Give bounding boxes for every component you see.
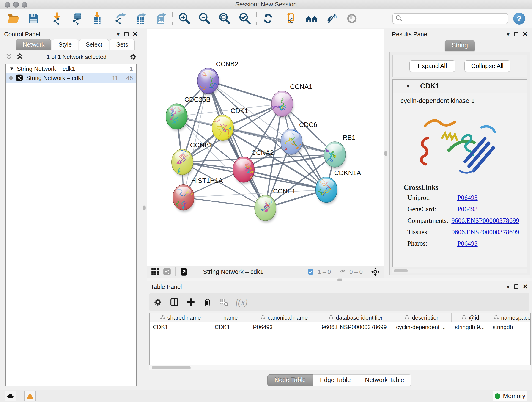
cloud-status-button[interactable] (5, 391, 16, 401)
refresh-view-button[interactable] (258, 11, 278, 27)
network-node-CCNB2[interactable]: CCNB2 (197, 60, 239, 97)
tab-network-table[interactable]: Network Table (358, 375, 411, 386)
crosslink-link[interactable]: P06493 (457, 205, 478, 213)
crosslink-link[interactable]: 9606.ENSP00000378699 (451, 228, 519, 236)
grid-view-icon[interactable] (151, 268, 159, 276)
crosslink-link[interactable]: P06493 (457, 240, 478, 247)
column-header--id[interactable]: @id (452, 313, 489, 322)
export-table-button[interactable] (131, 11, 151, 27)
add-column-icon[interactable] (186, 297, 196, 307)
node-table[interactable]: shared namenamecanonical namedatabase id… (149, 313, 531, 365)
hide-selected-button[interactable] (322, 11, 342, 27)
import-network-button[interactable] (47, 11, 67, 27)
splitter-handle[interactable] (143, 205, 146, 211)
selected-checkbox-icon[interactable] (307, 268, 314, 275)
share-session-button[interactable] (281, 11, 302, 27)
panel-float-icon[interactable] (514, 32, 519, 36)
import-table-button[interactable] (87, 11, 107, 27)
column-header-shared-name[interactable]: shared name (150, 313, 211, 322)
panel-menu-icon[interactable]: ▾ (507, 284, 510, 290)
zoom-fit-button[interactable] (215, 11, 234, 27)
title-bar[interactable]: Session: New Session (0, 0, 532, 9)
zoom-out-button[interactable] (194, 11, 215, 27)
tab-edge-table[interactable]: Edge Table (313, 375, 358, 386)
network-node-CDKN1A[interactable]: CDKN1A (316, 169, 361, 204)
bottom-splitter[interactable] (147, 278, 532, 281)
expand-all-button[interactable]: Expand All (409, 60, 455, 72)
table-scrollbar-track[interactable] (149, 365, 531, 370)
network-collection-row[interactable]: ▼ String Network – cdk1 1 (6, 64, 136, 73)
network-node-CCNB1[interactable]: CCNB1 (172, 141, 213, 177)
save-session-button[interactable] (23, 11, 44, 27)
network-canvas[interactable]: CCNB2CCNA1CDC25BCDK1CDC6RB1CCNB1CCNA2CDK… (147, 29, 384, 266)
network-node-CDC6[interactable]: CDC6 (279, 121, 317, 156)
tab-style[interactable]: Style (52, 39, 78, 50)
crosslink-link[interactable]: P06493 (457, 194, 478, 201)
status-bar: Memory (0, 390, 532, 402)
network-row[interactable]: String Network – cdk1 11 48 (6, 73, 136, 83)
tab-select[interactable]: Select (79, 39, 109, 50)
panel-close-icon[interactable]: ✕ (523, 31, 528, 37)
tab-network[interactable]: Network (16, 39, 51, 50)
minimize-window-button[interactable] (13, 2, 19, 7)
expand-all-networks-icon[interactable] (16, 53, 24, 61)
zoom-in-button[interactable] (174, 11, 194, 27)
network-node-HIST1H1A[interactable]: HIST1H1A (173, 177, 223, 212)
column-header-name[interactable]: name (211, 313, 250, 322)
string-network-icon (16, 74, 23, 82)
results-scrollbar-handle[interactable] (394, 269, 408, 272)
crosslink-row: Pharos:P06493 (407, 240, 519, 247)
table-scrollbar-handle[interactable] (152, 366, 191, 370)
network-graph[interactable]: CCNB2CCNA1CDC25BCDK1CDC6RB1CCNB1CCNA2CDK… (147, 29, 384, 266)
tab-node-table[interactable]: Node Table (267, 375, 313, 386)
splitter-handle[interactable] (337, 279, 342, 281)
tab-sets[interactable]: Sets (109, 39, 135, 50)
gene-entry-header[interactable]: ▼ CDK1 (393, 80, 527, 93)
panel-menu-icon[interactable]: ▾ (507, 31, 510, 37)
panel-float-icon[interactable] (514, 284, 519, 289)
left-splitter[interactable] (142, 29, 147, 390)
collection-collapse-icon[interactable]: ▼ (9, 66, 14, 71)
fit-selected-icon[interactable] (371, 268, 380, 276)
table-options-gear-icon[interactable] (153, 297, 163, 307)
control-panel-tabs: NetworkStyleSelectSets (0, 39, 142, 50)
column-header-canonical-name[interactable]: canonical name (250, 313, 318, 322)
right-splitter[interactable] (384, 29, 388, 278)
results-scrollbar-track[interactable] (392, 269, 527, 273)
show-hidden-button[interactable] (342, 11, 362, 27)
toolbar-separator (109, 12, 109, 26)
warnings-button[interactable] (24, 391, 36, 401)
tab-string[interactable]: String (445, 40, 475, 51)
help-button[interactable]: ? (513, 13, 525, 25)
network-node-RB1[interactable]: RB1 (324, 134, 355, 169)
delete-column-icon[interactable] (203, 297, 212, 307)
column-header-database-identifier[interactable]: database identifier (318, 313, 393, 322)
table-row[interactable]: CDK1CDK1P064939606.ENSP00000378699cyclin… (150, 322, 530, 332)
export-image-button[interactable] (151, 11, 171, 27)
collapse-all-networks-icon[interactable] (5, 53, 13, 61)
panel-close-icon[interactable]: ✕ (133, 31, 138, 37)
birdseye-view-icon[interactable] (179, 268, 188, 276)
memory-button[interactable]: Memory (493, 391, 527, 401)
network-options-gear-icon[interactable] (129, 53, 137, 61)
splitter-handle[interactable] (384, 151, 387, 156)
crosslink-link[interactable]: 9606.ENSP00000378699 (451, 217, 519, 224)
show-columns-icon[interactable] (170, 297, 179, 307)
entry-collapse-icon[interactable]: ▼ (405, 84, 411, 89)
zoom-selected-button[interactable] (234, 11, 255, 27)
column-header-namespace[interactable]: namespace (489, 313, 531, 322)
close-window-button[interactable] (5, 2, 10, 7)
home-button[interactable] (302, 11, 322, 27)
open-session-button[interactable] (3, 11, 23, 27)
search-input[interactable] (403, 14, 505, 23)
network-overview-icon[interactable] (163, 268, 171, 276)
panel-float-icon[interactable] (124, 32, 128, 36)
column-header-description[interactable]: description (393, 313, 452, 322)
export-network-button[interactable] (110, 11, 131, 27)
network-node-CCNE1[interactable]: CCNE1 (254, 187, 296, 223)
panel-close-icon[interactable]: ✕ (523, 283, 528, 290)
maximize-window-button[interactable] (22, 2, 27, 7)
import-network-database-button[interactable] (67, 11, 87, 27)
collapse-all-button[interactable]: Collapse All (464, 60, 510, 72)
panel-menu-icon[interactable]: ▾ (117, 31, 120, 37)
